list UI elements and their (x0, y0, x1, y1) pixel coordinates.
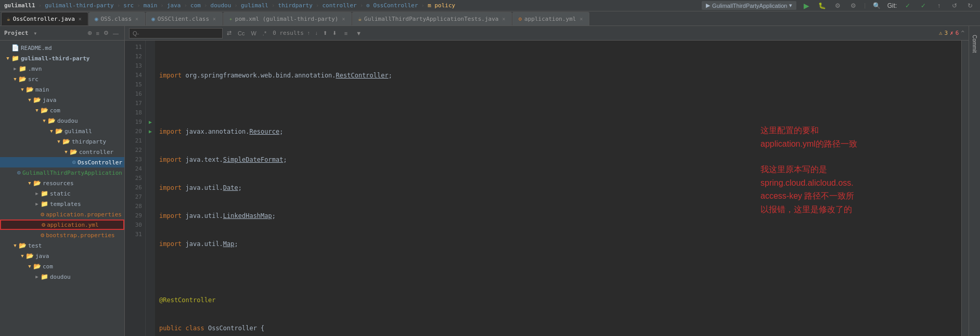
tab-close-btn[interactable]: × (134, 16, 139, 22)
warning-badge: ⚠ 3 ✗ 6 ^ (939, 30, 964, 36)
run-btn[interactable]: ▶ (801, 0, 812, 11)
search-prev-btn[interactable]: ↑ (306, 30, 312, 36)
tree-item-test-java[interactable]: ▼ 📂 java (0, 251, 124, 261)
breadcrumb-third-party[interactable]: gulimall-third-party (45, 2, 113, 9)
breadcrumb-thirdparty[interactable]: thirdparty (278, 2, 313, 9)
gutter-22 (146, 146, 155, 155)
breadcrumb-method: m policy (428, 2, 455, 9)
tree-item-resources[interactable]: ▼ 📂 resources (0, 178, 124, 188)
tree-item-main[interactable]: ▼ 📂 main (0, 84, 124, 95)
git-label[interactable]: Git: (886, 0, 898, 11)
search-regex-btn[interactable]: .* (261, 29, 268, 37)
tab-ossclient-class[interactable]: ◉ OSSClient.class × (146, 12, 223, 25)
tab-close-btn[interactable]: × (501, 16, 506, 22)
checkmark-btn[interactable]: ✓ (902, 0, 913, 11)
tree-item-doudou[interactable]: ▼ 📂 doudou (0, 115, 124, 126)
tree-item-osscontroller[interactable]: ⊙ OssController (0, 157, 124, 167)
tree-item-controller[interactable]: ▼ 📂 controller (0, 147, 124, 157)
app-name: gulimall1 (4, 2, 35, 9)
checkmark2-btn[interactable]: ✓ (918, 0, 929, 11)
panel-locate-btn[interactable]: ⊕ (86, 29, 94, 37)
tab-pom-xml[interactable]: ✦ pom.xml (gulimall-third-party) × (223, 12, 352, 25)
search-settings-btn[interactable]: Cc (236, 29, 247, 37)
tree-item-test-com[interactable]: ▼ 📂 com (0, 261, 124, 272)
search-input[interactable] (129, 28, 223, 38)
tree-item-test-doudou[interactable]: ▶ 📁 doudou (0, 272, 124, 282)
error-icon: ✗ (950, 30, 953, 36)
tab-oss-class[interactable]: ◉ OSS.class × (89, 12, 145, 25)
folder-open-icon: 📂 (70, 148, 78, 156)
search-everywhere-btn[interactable]: 🔍 (871, 0, 882, 11)
tree-item-static[interactable]: ▶ 📁 static (0, 188, 124, 199)
search-replace-btn[interactable]: ⇄ (225, 29, 234, 37)
search-next-btn[interactable]: ↓ (314, 30, 319, 36)
breadcrumb-com[interactable]: com (190, 2, 201, 9)
tree-label: java (43, 97, 57, 104)
gutter-19[interactable]: ▶ (146, 118, 155, 127)
tree-item-app-properties[interactable]: ⚙ application.properties (0, 209, 124, 219)
tree-item-bootstrap[interactable]: ⚙ bootstrap.properties (0, 230, 124, 240)
arrow-btn[interactable]: ↑ (933, 0, 945, 11)
tree-item-gulimall-third-party[interactable]: ▼ 📁 gulimall-third-party (0, 53, 124, 63)
tab-close-btn[interactable]: × (341, 16, 346, 22)
expand-arrow: ▼ (4, 56, 11, 61)
folder-icon: 📁 (19, 65, 27, 72)
tree-item-test[interactable]: ▼ 📂 test (0, 240, 124, 251)
gutter-20[interactable]: ▶ (146, 127, 155, 136)
tree-label: application.properties (46, 211, 122, 218)
error-caret: ^ (961, 30, 964, 36)
tree-item-src[interactable]: ▼ 📂 src (0, 74, 124, 84)
tab-close-btn[interactable]: × (78, 16, 83, 22)
breadcrumb-java[interactable]: java (167, 2, 181, 9)
search-filter-btn[interactable]: ≡ (342, 29, 350, 37)
code-line-18 (159, 267, 957, 277)
tree-item-mvn[interactable]: ▶ 📁 .mvn (0, 63, 124, 74)
project-panel: Project ▾ ⊕ ≡ ⚙ — 📄 README.md ▼ 📁 (0, 26, 125, 336)
redo-btn[interactable]: ↻ (964, 0, 976, 11)
gutter-15 (146, 80, 155, 89)
tree-item-gulimall-app[interactable]: ⊙ GulimallThirdPartyApplication (0, 167, 124, 178)
breadcrumb-controller[interactable]: controller (322, 2, 356, 9)
gutter-12 (146, 52, 155, 61)
right-scrollbar[interactable] (961, 41, 969, 336)
separator: | (863, 2, 867, 9)
tree-item-thirdparty[interactable]: ▼ 📂 thirdparty (0, 136, 124, 147)
search-bar: ⇄ Cc W .* 0 results ↑ ↓ ⬆ ⬇ ≡ ▼ ⚠ 3 ✗ 6 … (125, 26, 969, 41)
run-config-btn[interactable]: ▶ GulimallThirdPartyApplication ▾ (702, 1, 796, 10)
tree-item-app-yml[interactable]: ⚙ application.yml (0, 219, 124, 230)
panel-close-btn[interactable]: — (111, 29, 120, 37)
tree-item-readme[interactable]: 📄 README.md (0, 43, 124, 53)
tree-item-gulimall-inner[interactable]: ▼ 📂 gulimall (0, 126, 124, 136)
build-btn[interactable]: ⚙ (832, 0, 843, 11)
tab-label: OSSClient.class (158, 16, 209, 22)
code-content[interactable]: import org.springframework.web.bind.anno… (155, 41, 961, 336)
tab-osscontroller[interactable]: ☕ OssController.java × (1, 12, 88, 25)
breadcrumb-gulimall[interactable]: gulimall (241, 2, 268, 9)
panel-settings-btn[interactable]: ⚙ (102, 29, 110, 37)
search-filter2-btn[interactable]: ▼ (354, 29, 364, 37)
gutter-29 (146, 211, 155, 221)
search-prev2-btn[interactable]: ⬆ (321, 30, 329, 36)
tab-close-btn[interactable]: × (212, 16, 217, 22)
settings-btn[interactable]: ⚙ (847, 0, 859, 11)
panel-collapse-btn[interactable]: ≡ (95, 29, 101, 37)
tab-close-btn[interactable]: × (578, 16, 584, 22)
breadcrumb-doudou[interactable]: doudou (211, 2, 231, 9)
properties-icon: ⚙ (41, 211, 44, 218)
tree-item-com[interactable]: ▼ 📂 com (0, 105, 124, 115)
tab-application-tests[interactable]: ☕ GulimallThirdPartyApplicationTests.jav… (352, 12, 512, 25)
commit-btn[interactable]: Commit (970, 28, 979, 59)
search-word-btn[interactable]: W (249, 29, 258, 37)
undo-btn[interactable]: ↺ (949, 0, 960, 11)
debug-btn[interactable]: 🐛 (816, 0, 828, 11)
tree-item-java-main[interactable]: ▼ 📂 java (0, 95, 124, 105)
code-editor[interactable]: 11 12 13 14 15 16 17 18 19 20 21 22 23 2… (125, 41, 969, 336)
search-next2-btn[interactable]: ⬇ (331, 30, 338, 36)
tree-label: com (50, 107, 60, 114)
gutter-28 (146, 202, 155, 211)
tree-item-templates[interactable]: ▶ 📁 templates (0, 199, 124, 209)
breadcrumb-main[interactable]: main (144, 2, 158, 9)
code-line-17: import java.util.Map; (159, 239, 957, 249)
breadcrumb-src[interactable]: src (123, 2, 134, 9)
tab-application-yml[interactable]: ⚙ application.yml × (512, 12, 589, 25)
